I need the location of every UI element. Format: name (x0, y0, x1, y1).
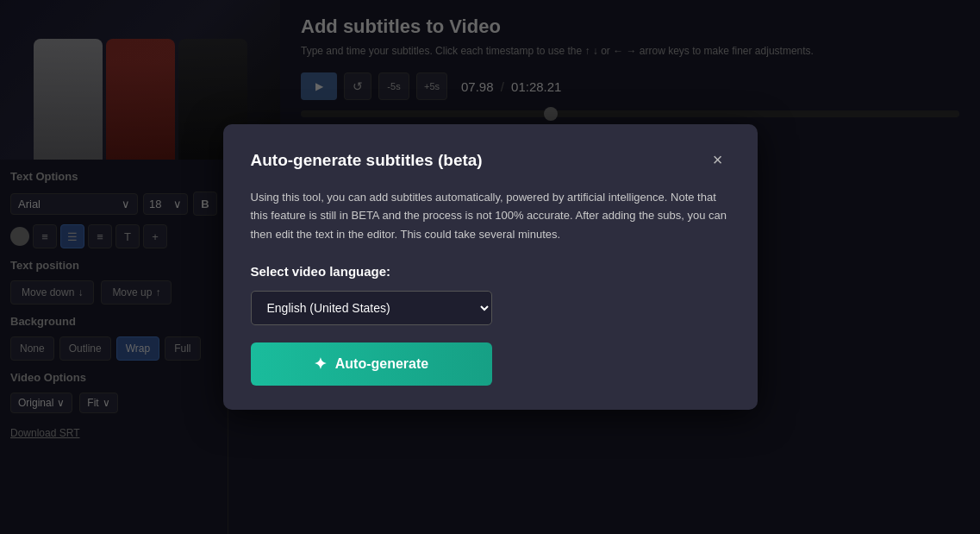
language-select[interactable]: English (United States) Spanish French G… (251, 291, 492, 325)
modal-title: Auto-generate subtitles (beta) (251, 151, 483, 170)
autogenerate-button[interactable]: ✦ Auto-generate (251, 342, 492, 386)
app-container: Add subtitles to Video Type and time you… (0, 0, 980, 534)
modal-close-button[interactable]: × (706, 148, 730, 173)
autogenerate-label: Auto-generate (335, 356, 428, 372)
language-label: Select video language: (251, 264, 730, 279)
sparkle-icon: ✦ (314, 355, 327, 374)
modal-dialog: Auto-generate subtitles (beta) × Using t… (223, 124, 758, 410)
modal-header: Auto-generate subtitles (beta) × (251, 148, 730, 173)
modal-overlay: Auto-generate subtitles (beta) × Using t… (0, 0, 980, 534)
modal-description: Using this tool, you can add subtitles a… (251, 188, 730, 243)
